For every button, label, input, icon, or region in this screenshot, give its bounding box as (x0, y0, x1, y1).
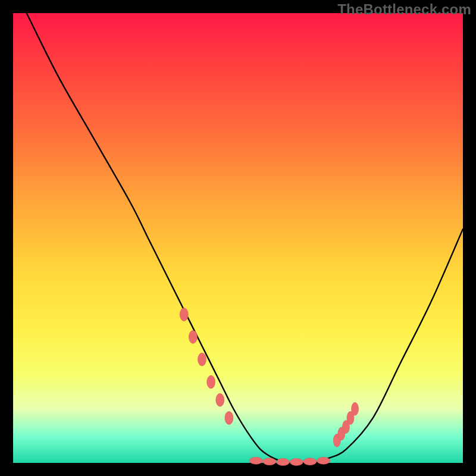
marker-bottom (317, 457, 330, 464)
marker-left (225, 411, 233, 424)
marker-right (352, 402, 359, 415)
plot-area (13, 13, 463, 463)
marker-left (207, 375, 215, 389)
marker-bottom (290, 458, 303, 465)
marker-group (180, 308, 358, 466)
marker-bottom (303, 458, 317, 465)
marker-left (189, 330, 197, 343)
bottleneck-curve (27, 13, 463, 464)
marker-left (216, 393, 224, 406)
marker-bottom (249, 457, 262, 464)
chart-frame: TheBottleneck.com (0, 0, 476, 476)
chart-svg (13, 13, 463, 463)
marker-bottom (263, 458, 276, 465)
marker-left (198, 353, 206, 366)
watermark-text: TheBottleneck.com (337, 1, 471, 18)
marker-bottom (277, 458, 290, 465)
marker-left (180, 308, 188, 321)
